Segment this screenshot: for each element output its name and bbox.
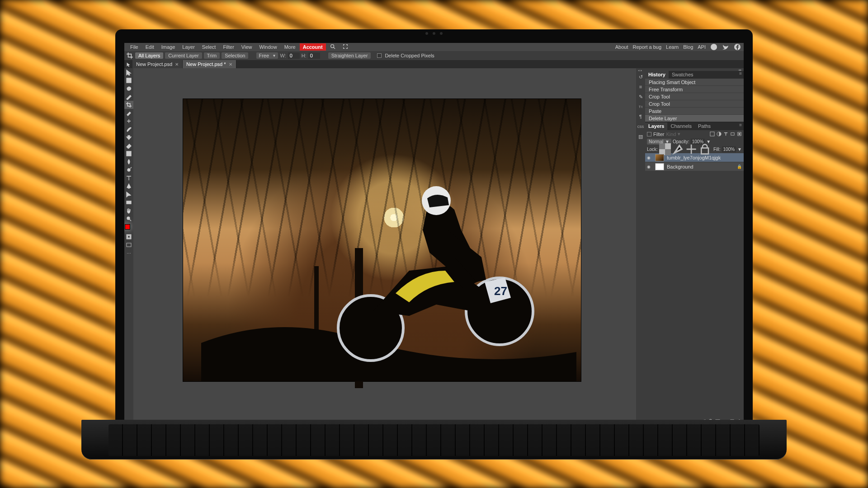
layer-name[interactable]: Background [667,164,734,169]
tab-history[interactable]: History [645,71,669,79]
menu-item-edit[interactable]: Edit [142,43,157,51]
tool-crop[interactable] [124,101,133,109]
lock-move-icon[interactable] [685,143,697,155]
filter-shape-icon[interactable] [730,131,735,136]
filter-smart-icon[interactable] [737,131,742,136]
layer-name[interactable]: tumblr_lye7onjogM1qjgk [667,155,742,160]
tool-path-sel[interactable] [124,190,133,198]
tab-channels[interactable]: Channels [667,122,694,130]
link-learn[interactable]: Learn [666,44,679,50]
tool-wand[interactable] [124,93,133,101]
document-tab[interactable]: New Project.psd✕ [132,60,183,68]
history-item[interactable]: Placing Smart Object [645,79,744,86]
menu-item-window[interactable]: Window [256,43,280,51]
layer-row[interactable]: ◉Background🔒 [645,162,744,171]
menu-item-filter[interactable]: Filter [220,43,237,51]
crop-ratio-select[interactable]: Free▼ [256,52,278,59]
lock-image-icon[interactable] [672,143,684,155]
canvas-image[interactable]: 27 [183,99,581,381]
panel-css-icon[interactable]: CSS [637,122,645,131]
tab-paths[interactable]: Paths [695,122,714,130]
panel-history-icon[interactable]: ↺ [637,72,645,82]
delete-cropped-checkbox[interactable] [377,53,382,58]
link-blog[interactable]: Blog [683,44,693,50]
opt-all-layers[interactable]: All Layers [135,52,163,59]
menu-item-file[interactable]: File [127,43,142,51]
history-item[interactable]: Paste [645,108,744,115]
history-item[interactable]: Crop Tool [645,100,744,108]
chevron-down-icon[interactable]: ▼ [737,147,742,152]
visibility-icon[interactable]: ◉ [647,155,652,160]
link-about[interactable]: About [615,44,628,50]
fullscreen-icon[interactable] [340,43,351,51]
panel-image-icon[interactable]: ▧ [637,131,645,141]
toolbar-extra-0[interactable] [124,233,133,241]
color-swatch[interactable] [124,224,133,233]
opt-selection[interactable]: Selection [222,52,248,59]
toolbar-extra-2[interactable]: ⋯ [124,249,133,257]
link-api[interactable]: API [698,44,706,50]
history-item[interactable]: Crop Tool [645,93,744,100]
menu-account[interactable]: Account [300,43,326,51]
layer-row[interactable]: ◉tumblr_lye7onjogM1qjgk [645,153,744,162]
history-menu-icon[interactable]: ≡ [737,71,744,79]
tool-healing[interactable] [124,117,133,125]
reddit-icon[interactable] [710,43,717,51]
tab-swatches[interactable]: Swatches [669,71,697,79]
tool-type[interactable] [124,174,133,182]
document-tab[interactable]: New Project.psd *✕ [183,60,236,68]
search-icon[interactable] [327,43,339,51]
crop-width-input[interactable]: 0 [288,52,300,59]
close-icon[interactable]: ✕ [229,62,232,67]
lock-all-icon[interactable] [699,143,711,155]
menu-item-more[interactable]: More [281,43,299,51]
svg-rect-15 [659,143,665,149]
menu-item-image[interactable]: Image [158,43,179,51]
layers-menu-icon[interactable]: ≡ [737,122,744,130]
tool-eyedropper[interactable] [124,109,133,117]
panel-swatches-icon[interactable]: ≡ [637,82,645,92]
chevron-down-icon[interactable]: ▾ [678,131,680,137]
fill-value[interactable]: 100% [722,146,736,152]
panel-brush-preset-icon[interactable]: ✎ [637,92,645,102]
filter-checkbox[interactable] [647,132,651,136]
menu-item-view[interactable]: View [238,43,255,51]
crop-height-input[interactable]: 0 [308,52,320,59]
visibility-icon[interactable]: ◉ [647,164,652,169]
tool-lasso[interactable] [124,84,133,93]
tool-hand[interactable] [124,206,133,215]
tool-marquee[interactable] [124,76,133,84]
tool-blur[interactable] [124,158,133,166]
link-report-a-bug[interactable]: Report a bug [632,44,661,50]
opt-trim[interactable]: Trim [204,52,220,59]
panel-paragraph-icon[interactable]: ¶ [637,112,645,122]
close-icon[interactable]: ✕ [175,62,179,67]
panel-type-icon[interactable]: T t [637,102,645,112]
tab-layers[interactable]: Layers [645,122,667,130]
layer-thumbnail[interactable] [655,154,664,161]
tool-clone[interactable] [124,133,133,141]
opt-straighten[interactable]: Straighten Layer [328,52,371,59]
tool-zoom[interactable] [124,215,133,223]
lock-icon[interactable]: 🔒 [737,164,742,169]
filter-adjust-icon[interactable] [717,131,722,136]
tool-move[interactable] [124,68,133,76]
filter-image-icon[interactable] [710,131,715,136]
tool-rectangle[interactable] [124,198,133,206]
tool-eraser[interactable] [124,141,133,150]
history-item[interactable]: Free Transform [645,86,744,93]
tool-dodge[interactable] [124,166,133,174]
twitter-icon[interactable] [722,43,729,51]
canvas-viewport[interactable]: 27 [133,68,636,425]
layer-thumbnail[interactable] [655,163,664,170]
facebook-icon[interactable] [734,43,741,51]
history-item[interactable]: Delete Layer [645,115,744,122]
menu-item-select[interactable]: Select [199,43,219,51]
tool-brush[interactable] [124,125,133,133]
menu-item-layer[interactable]: Layer [179,43,198,51]
filter-type-icon[interactable] [723,131,728,136]
toolbar-extra-1[interactable] [124,241,133,249]
opt-current-layer[interactable]: Current Layer [165,52,202,59]
tool-gradient[interactable] [124,150,133,158]
tool-pen[interactable] [124,182,133,190]
